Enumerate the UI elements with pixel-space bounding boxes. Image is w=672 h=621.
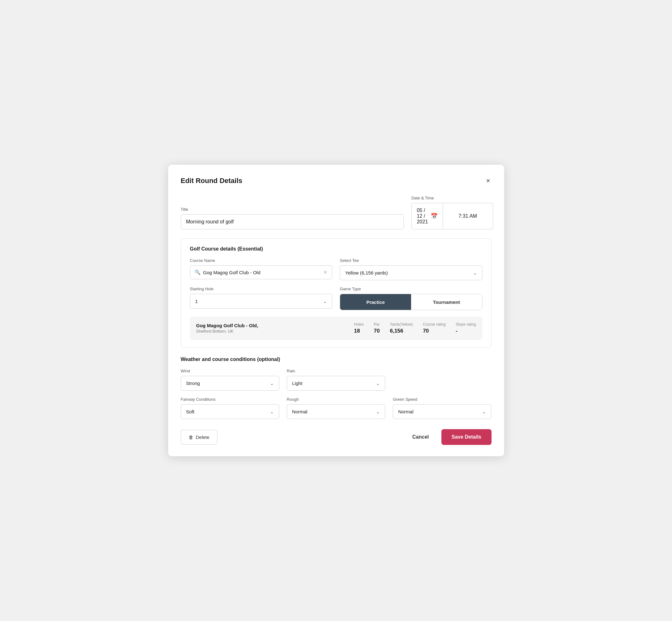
starting-hole-group: Starting Hole 1 ⌄ — [190, 287, 333, 310]
chevron-down-icon-6: ⌄ — [376, 409, 380, 414]
starting-hole-dropdown[interactable]: 1 ⌄ — [190, 294, 333, 308]
select-tee-label: Select Tee — [340, 258, 482, 263]
holes-value: 18 — [354, 328, 360, 334]
cancel-button[interactable]: Cancel — [409, 430, 432, 444]
yards-label: Yards(Yellow) — [390, 322, 413, 327]
rough-label: Rough — [287, 397, 385, 402]
delete-label: Delete — [196, 434, 209, 440]
chevron-down-icon-4: ⌄ — [376, 381, 380, 386]
rough-value: Normal — [292, 409, 307, 414]
trash-icon: 🗑 — [189, 434, 194, 440]
par-stat: Par 70 — [374, 322, 380, 334]
game-type-toggle: Practice Tournament — [340, 294, 482, 310]
practice-toggle-button[interactable]: Practice — [340, 294, 411, 310]
holes-stat: Holes 18 — [354, 322, 364, 334]
rain-value: Light — [292, 380, 302, 386]
date-time-label: Date & Time — [411, 196, 492, 200]
course-name-group: Course Name 🔍 ✕ — [190, 258, 333, 280]
delete-button[interactable]: 🗑 Delete — [181, 430, 217, 445]
time-field[interactable]: 7:31 AM — [443, 203, 493, 230]
modal-title: Edit Round Details — [181, 177, 243, 185]
green-speed-group: Green Speed Normal ⌄ — [393, 397, 491, 419]
golf-course-section: Golf Course details (Essential) Course N… — [181, 238, 492, 348]
close-button[interactable]: × — [485, 176, 492, 185]
chevron-down-icon: ⌄ — [473, 271, 477, 276]
fairway-label: Fairway Conditions — [181, 397, 279, 402]
wind-group: Wind Strong ⌄ — [181, 369, 279, 391]
rain-group: Rain Light ⌄ — [287, 369, 385, 391]
modal-footer: 🗑 Delete Cancel Save Details — [181, 427, 492, 445]
chevron-down-icon-3: ⌄ — [270, 381, 274, 386]
time-value: 7:31 AM — [458, 213, 477, 219]
course-info-row: Gog Magog Golf Club - Old, Shelford Bott… — [190, 317, 482, 340]
title-field-group: Title — [181, 207, 404, 230]
starting-hole-game-type-row: Starting Hole 1 ⌄ Game Type Practice Tou… — [190, 287, 482, 310]
holes-label: Holes — [354, 322, 364, 327]
yards-value: 6,156 — [390, 328, 404, 334]
wind-value: Strong — [186, 380, 200, 386]
course-rating-label: Course rating — [423, 322, 446, 327]
wind-dropdown[interactable]: Strong ⌄ — [181, 376, 279, 391]
footer-right: Cancel Save Details — [409, 429, 492, 445]
green-speed-dropdown[interactable]: Normal ⌄ — [393, 404, 491, 419]
rough-group: Rough Normal ⌄ — [287, 397, 385, 419]
yards-stat: Yards(Yellow) 6,156 — [390, 322, 413, 334]
course-info-stats: Holes 18 Par 70 Yards(Yellow) 6,156 Cour… — [354, 322, 476, 334]
fairway-dropdown[interactable]: Soft ⌄ — [181, 404, 279, 419]
course-rating-value: 70 — [423, 328, 429, 334]
golf-course-section-title: Golf Course details (Essential) — [190, 246, 482, 252]
course-info-name-text: Gog Magog Golf Club - Old, — [196, 323, 354, 328]
slope-rating-value: - — [456, 328, 458, 334]
course-name-tee-row: Course Name 🔍 ✕ Select Tee Yellow (6,156… — [190, 258, 482, 280]
clear-icon[interactable]: ✕ — [323, 270, 328, 275]
weather-section-title: Weather and course conditions (optional) — [181, 357, 492, 362]
chevron-down-icon-5: ⌄ — [270, 409, 274, 414]
calendar-icon: 📅 — [431, 213, 437, 220]
title-input[interactable] — [181, 214, 404, 230]
green-speed-value: Normal — [398, 409, 413, 414]
fairway-group: Fairway Conditions Soft ⌄ — [181, 397, 279, 419]
tournament-toggle-button[interactable]: Tournament — [411, 294, 482, 310]
date-value: 05 / 12 / 2021 — [417, 208, 428, 225]
chevron-down-icon-7: ⌄ — [482, 409, 486, 414]
fairway-value: Soft — [186, 409, 195, 414]
title-date-row: Title Date & Time 05 / 12 / 2021 📅 7:31 … — [181, 196, 492, 230]
title-label: Title — [181, 207, 404, 212]
date-time-wrap: 05 / 12 / 2021 📅 7:31 AM — [411, 203, 492, 230]
search-icon: 🔍 — [195, 270, 201, 275]
select-tee-value: Yellow (6,156 yards) — [345, 270, 388, 276]
wind-rain-row: Wind Strong ⌄ Rain Light ⌄ — [181, 369, 492, 391]
select-tee-group: Select Tee Yellow (6,156 yards) ⌄ — [340, 258, 482, 280]
chevron-down-icon-2: ⌄ — [323, 299, 327, 304]
starting-hole-label: Starting Hole — [190, 287, 333, 291]
course-name-label: Course Name — [190, 258, 333, 263]
fairway-rough-green-row: Fairway Conditions Soft ⌄ Rough Normal ⌄… — [181, 397, 492, 419]
select-tee-dropdown[interactable]: Yellow (6,156 yards) ⌄ — [340, 265, 482, 280]
slope-rating-stat: Slope rating - — [456, 322, 476, 334]
course-rating-stat: Course rating 70 — [423, 322, 446, 334]
date-field[interactable]: 05 / 12 / 2021 📅 — [411, 203, 443, 230]
starting-hole-value: 1 — [195, 298, 198, 304]
wind-label: Wind — [181, 369, 279, 373]
rain-dropdown[interactable]: Light ⌄ — [287, 376, 385, 391]
modal-header: Edit Round Details × — [181, 176, 492, 185]
game-type-label: Game Type — [340, 287, 482, 291]
rain-label: Rain — [287, 369, 385, 373]
date-time-field-group: Date & Time 05 / 12 / 2021 📅 7:31 AM — [411, 196, 492, 230]
green-speed-label: Green Speed — [393, 397, 491, 402]
course-info-name: Gog Magog Golf Club - Old, Shelford Bott… — [196, 323, 354, 334]
par-label: Par — [374, 322, 380, 327]
save-details-button[interactable]: Save Details — [442, 429, 491, 445]
game-type-group: Game Type Practice Tournament — [340, 287, 482, 310]
rough-dropdown[interactable]: Normal ⌄ — [287, 404, 385, 419]
slope-rating-label: Slope rating — [456, 322, 476, 327]
course-name-input-wrap[interactable]: 🔍 ✕ — [190, 265, 333, 279]
edit-round-modal: Edit Round Details × Title Date & Time 0… — [168, 165, 504, 456]
course-info-location: Shelford Bottom, UK — [196, 329, 354, 334]
weather-section: Weather and course conditions (optional)… — [181, 357, 492, 419]
par-value: 70 — [374, 328, 380, 334]
course-name-input[interactable] — [203, 270, 321, 275]
